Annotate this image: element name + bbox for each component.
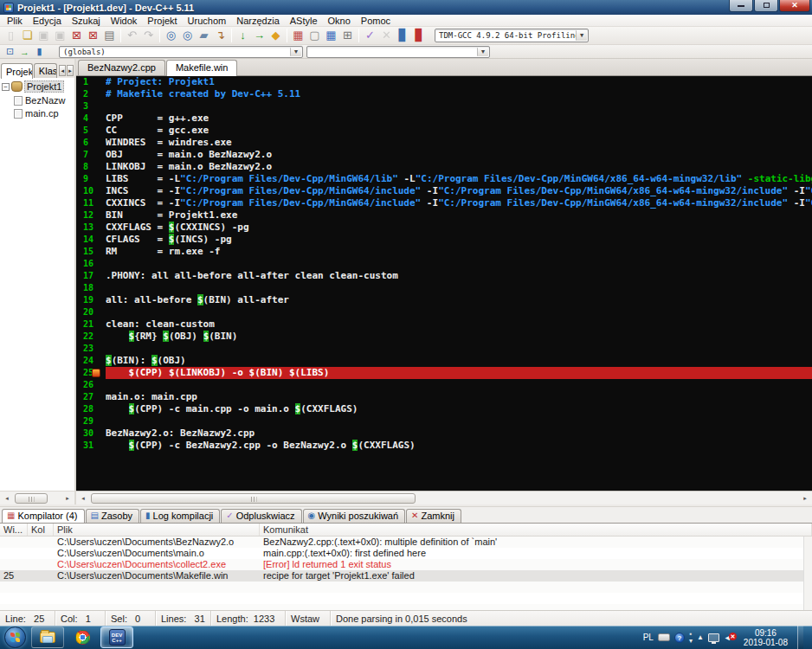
scroll-left-icon[interactable]: ◂ <box>76 492 90 504</box>
menu-astyle[interactable]: AStyle <box>285 15 323 27</box>
menu-okno[interactable]: Okno <box>323 15 356 27</box>
show-desktop-button[interactable] <box>797 626 803 649</box>
sidebar-tab-projekt[interactable]: Projekt <box>1 63 33 79</box>
code-line-23[interactable] <box>106 343 812 355</box>
menu-pomoc[interactable]: Pomoc <box>356 15 396 27</box>
tree-root-item[interactable]: − Projekt1 <box>2 80 74 93</box>
editor-tab-beznazwy2.cpp[interactable]: BezNazwy2.cpp <box>78 60 165 75</box>
pause-icon[interactable]: ▮ <box>32 45 47 58</box>
new-file-icon[interactable]: ▯ <box>3 28 19 43</box>
report-tab-wyniki-poszukiwa-[interactable]: ◉Wyniki poszukiwań <box>303 509 406 523</box>
code-line-9[interactable]: LIBS = -L"C:/Program Files/Dev-Cpp/MinGW… <box>106 173 812 185</box>
redo-icon[interactable]: ↷ <box>140 28 157 43</box>
code-line-22[interactable]: ${RM} $(OBJ) $(BIN) <box>106 331 812 343</box>
close-button[interactable]: ✕ <box>779 0 810 12</box>
network-icon[interactable] <box>708 633 719 642</box>
code-line-1[interactable]: # Project: Projekt1 <box>106 76 812 88</box>
tile-icon[interactable]: ⊞ <box>339 28 356 43</box>
package-icon[interactable]: ◆ <box>267 28 284 43</box>
code-line-19[interactable]: all: all-before $(BIN) all-after <box>106 294 812 306</box>
code-line-14[interactable]: CFLAGS = $(INCS) -pg <box>106 234 812 246</box>
minimize-button[interactable] <box>729 0 753 12</box>
scroll-right-icon[interactable]: ▸ <box>798 492 812 504</box>
table-row[interactable]: C:\Users\uczen\Documents\BezNazwy2.oBezN… <box>0 537 812 548</box>
tab-scroll-right-icon[interactable]: ▸ <box>67 65 74 76</box>
report-tab-log-kompilacji[interactable]: ▮Log kompilacji <box>140 509 220 523</box>
table-row[interactable]: 25C:\Users\uczen\Documents\Makefile.winr… <box>0 570 812 582</box>
code-line-7[interactable]: OBJ = main.o BezNazwy2.o <box>106 149 812 161</box>
chevron-down-icon[interactable]: ▼ <box>576 30 587 41</box>
help-tray-icon[interactable]: ? <box>674 633 685 643</box>
close-icon[interactable]: ⊠ <box>68 28 85 43</box>
device-tray-icon[interactable]: ▪▾ <box>689 631 693 645</box>
taskbar-explorer-button[interactable] <box>31 627 64 648</box>
code-line-17[interactable]: .PHONY: all all-before all-after clean c… <box>106 270 812 282</box>
globals-select[interactable]: (globals) ▼ <box>59 46 303 58</box>
menu-szukaj[interactable]: Szukaj <box>67 15 106 27</box>
syntax-check-icon[interactable]: ✓ <box>362 28 378 43</box>
language-indicator[interactable]: PL <box>643 633 654 642</box>
keyboard-layout-icon[interactable] <box>658 633 670 641</box>
scroll-left-icon[interactable]: ◂ <box>0 492 14 504</box>
report-tab-zasoby[interactable]: ▤Zasoby <box>86 509 140 523</box>
run-to-cursor-icon[interactable]: → <box>17 45 32 58</box>
window-list-icon[interactable]: ▢ <box>306 28 323 43</box>
save-all-icon[interactable]: ▣ <box>52 28 68 43</box>
maximize-button[interactable] <box>754 0 778 12</box>
open-icon[interactable]: ❏ <box>19 28 35 43</box>
report-tab-odpluskwiacz[interactable]: ✓Odpluskwiacz <box>221 509 301 523</box>
menu-uruchom[interactable]: Uruchom <box>183 15 232 27</box>
code-line-29[interactable] <box>106 415 812 427</box>
menu-widok[interactable]: Widok <box>106 15 143 27</box>
sidebar-tab-klas[interactable]: Klas <box>34 63 58 78</box>
code-line-13[interactable]: CXXFLAGS = $(CXXINCS) -pg <box>106 222 812 234</box>
report-tab-kompilator-4-[interactable]: ▦Kompilator (4) <box>2 509 85 523</box>
goto-line-icon[interactable]: ↴ <box>212 28 229 43</box>
members-select[interactable]: ▼ <box>306 46 490 58</box>
code-editor[interactable]: 1234567891011121314151617181920212223242… <box>76 76 812 491</box>
profile-analysis-icon[interactable]: ▊ <box>395 28 411 43</box>
menu-projekt[interactable]: Projekt <box>142 15 182 27</box>
tab-scroll-left-icon[interactable]: ◂ <box>59 65 66 76</box>
code-line-30[interactable]: BezNazwy2.o: BezNazwy2.cpp <box>106 427 812 440</box>
code-line-18[interactable] <box>106 282 812 294</box>
delete-profiling-icon[interactable]: ▊ <box>411 28 428 43</box>
taskbar-devcpp-button[interactable]: DEVC++ <box>100 627 133 648</box>
volume-muted-icon[interactable]: ◄✕ <box>724 633 736 643</box>
report-tab-zamknij[interactable]: ✕Zamknij <box>406 509 461 523</box>
column-header-0[interactable]: Wi... <box>0 524 28 536</box>
find-icon[interactable]: ◎ <box>163 28 179 43</box>
goto-declaration-icon[interactable]: ⊡ <box>3 45 17 58</box>
title-bar[interactable]: Projekt1 - [Projekt1.dev] - Dev-C++ 5.11… <box>0 0 812 15</box>
code-line-16[interactable] <box>106 258 812 270</box>
code-line-20[interactable] <box>106 306 812 318</box>
compile-icon[interactable]: ↓ <box>235 28 251 43</box>
clock[interactable]: 09:16 2019-01-08 <box>740 628 788 647</box>
code-line-11[interactable]: CXXINCS = -I"C:/Program Files/Dev-Cpp/Mi… <box>106 197 812 209</box>
code-line-6[interactable]: WINDRES = windres.exe <box>106 137 812 149</box>
column-header-3[interactable]: Komunikat <box>260 524 812 536</box>
editor-hscrollbar[interactable]: ◂ ▸ <box>76 491 812 504</box>
start-button[interactable] <box>4 627 26 648</box>
menu-narzędzia[interactable]: Narzędzia <box>231 15 285 27</box>
code-line-8[interactable]: LINKOBJ = main.o BezNazwy2.o <box>106 161 812 173</box>
table-row[interactable]: C:\Users\uczen\Documents\main.omain.cpp:… <box>0 548 812 559</box>
editor-tab-makefile.win[interactable]: Makefile.win <box>166 60 238 76</box>
tree-item-BezNazw[interactable]: BezNazw <box>14 95 74 106</box>
chevron-down-icon[interactable]: ▼ <box>477 48 488 56</box>
abort-compile-icon[interactable]: ✕ <box>378 28 395 43</box>
column-header-2[interactable]: Plik <box>54 524 260 536</box>
code-line-25[interactable]: $(CPP) $(LINKOBJ) -o $(BIN) $(LIBS) <box>106 367 812 379</box>
table-vscrollbar[interactable] <box>803 537 812 610</box>
code-line-24[interactable]: $(BIN): $(OBJ) <box>106 355 812 367</box>
run-icon[interactable]: → <box>251 28 267 43</box>
new-project-icon[interactable]: ▦ <box>290 28 306 43</box>
code-line-5[interactable]: CC = gcc.exe <box>106 125 812 137</box>
print-icon[interactable]: ▤ <box>101 28 118 43</box>
project-options-icon[interactable]: ▦ <box>323 28 339 43</box>
chevron-down-icon[interactable]: ▼ <box>290 48 301 56</box>
code-line-28[interactable]: $(CPP) -c main.cpp -o main.o $(CXXFLAGS) <box>106 403 812 415</box>
code-line-4[interactable]: CPP = g++.exe <box>106 112 812 125</box>
tree-item-maincp[interactable]: main.cp <box>14 108 74 119</box>
sidebar-hscrollbar[interactable]: ◂ ▸ <box>0 491 74 504</box>
